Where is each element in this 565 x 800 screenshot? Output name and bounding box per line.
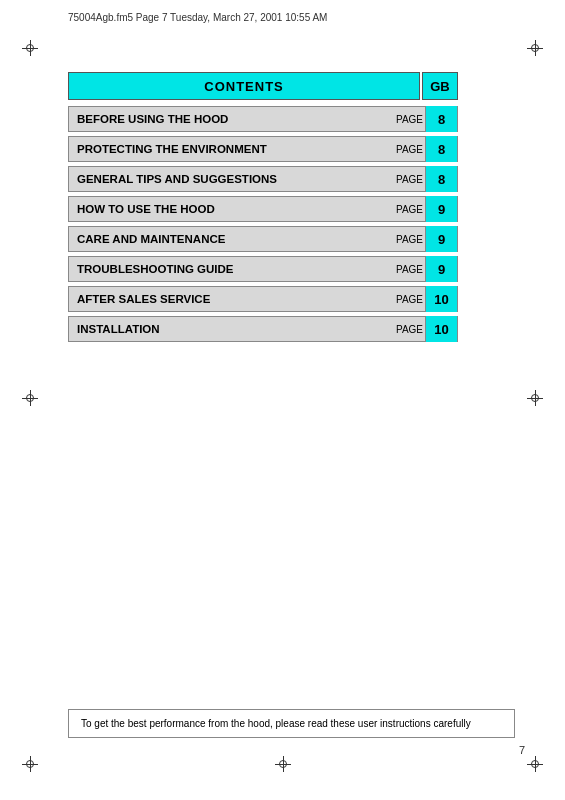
- toc-item-label: TROUBLESHOOTING GUIDE: [69, 263, 377, 275]
- toc-page-word: PAGE: [396, 264, 423, 275]
- toc-page-num-box: 9: [425, 196, 457, 222]
- page-number: 7: [519, 744, 525, 756]
- toc-page-num-box: 9: [425, 226, 457, 252]
- toc-item-page: PAGE8: [377, 166, 457, 192]
- toc-page-word: PAGE: [396, 174, 423, 185]
- toc-row: CARE AND MAINTENANCEPAGE9: [68, 226, 458, 252]
- toc-item-page: PAGE10: [377, 286, 457, 312]
- toc-page-num: 10: [434, 292, 448, 307]
- contents-gb-box: GB: [422, 72, 458, 100]
- toc-page-word: PAGE: [396, 114, 423, 125]
- toc-page-num-box: 8: [425, 166, 457, 192]
- toc-item-page: PAGE8: [377, 136, 457, 162]
- contents-title-box: CONTENTS: [68, 72, 420, 100]
- toc-item-label: AFTER SALES SERVICE: [69, 293, 377, 305]
- crosshair-top-right: [527, 40, 543, 56]
- toc-item-label: GENERAL TIPS AND SUGGESTIONS: [69, 173, 377, 185]
- toc-page-num: 9: [438, 232, 445, 247]
- toc-item-label: CARE AND MAINTENANCE: [69, 233, 377, 245]
- toc-item-label: PROTECTING THE ENVIRONMENT: [69, 143, 377, 155]
- toc-item-page: PAGE9: [377, 256, 457, 282]
- toc-row: BEFORE USING THE HOODPAGE8: [68, 106, 458, 132]
- file-info: 75004Agb.fm5 Page 7 Tuesday, March 27, 2…: [68, 12, 327, 23]
- toc-page-num-box: 8: [425, 136, 457, 162]
- toc-row: TROUBLESHOOTING GUIDEPAGE9: [68, 256, 458, 282]
- toc-page-word: PAGE: [396, 204, 423, 215]
- toc-item-page: PAGE9: [377, 196, 457, 222]
- contents-title: CONTENTS: [204, 79, 284, 94]
- crosshair-mid-left: [22, 390, 38, 406]
- toc-page-num-box: 10: [425, 316, 457, 342]
- toc-page-word: PAGE: [396, 324, 423, 335]
- toc-page-num: 9: [438, 202, 445, 217]
- toc-container: BEFORE USING THE HOODPAGE8PROTECTING THE…: [68, 106, 458, 342]
- toc-item-page: PAGE10: [377, 316, 457, 342]
- toc-row: GENERAL TIPS AND SUGGESTIONSPAGE8: [68, 166, 458, 192]
- toc-page-num-box: 9: [425, 256, 457, 282]
- toc-page-num-box: 10: [425, 286, 457, 312]
- toc-row: PROTECTING THE ENVIRONMENTPAGE8: [68, 136, 458, 162]
- toc-page-word: PAGE: [396, 234, 423, 245]
- page: 75004Agb.fm5 Page 7 Tuesday, March 27, 2…: [0, 0, 565, 800]
- toc-page-num-box: 8: [425, 106, 457, 132]
- crosshair-bot-center: [275, 756, 291, 772]
- toc-page-num: 8: [438, 172, 445, 187]
- crosshair-bot-left: [22, 756, 38, 772]
- toc-row: HOW TO USE THE HOODPAGE9: [68, 196, 458, 222]
- toc-item-page: PAGE9: [377, 226, 457, 252]
- crosshair-top-left: [22, 40, 38, 56]
- toc-item-label: HOW TO USE THE HOOD: [69, 203, 377, 215]
- crosshair-mid-right: [527, 390, 543, 406]
- toc-row: AFTER SALES SERVICEPAGE10: [68, 286, 458, 312]
- toc-page-num: 10: [434, 322, 448, 337]
- toc-page-num: 8: [438, 142, 445, 157]
- contents-header: CONTENTS GB: [68, 72, 458, 100]
- toc-page-word: PAGE: [396, 144, 423, 155]
- toc-item-label: BEFORE USING THE HOOD: [69, 113, 377, 125]
- contents-gb-label: GB: [430, 79, 450, 94]
- toc-page-num: 9: [438, 262, 445, 277]
- toc-page-num: 8: [438, 112, 445, 127]
- toc-item-page: PAGE8: [377, 106, 457, 132]
- bottom-note: To get the best performance from the hoo…: [68, 709, 515, 738]
- toc-page-word: PAGE: [396, 294, 423, 305]
- toc-item-label: INSTALLATION: [69, 323, 377, 335]
- crosshair-bot-right: [527, 756, 543, 772]
- content-area: CONTENTS GB BEFORE USING THE HOODPAGE8PR…: [68, 72, 458, 346]
- toc-row: INSTALLATIONPAGE10: [68, 316, 458, 342]
